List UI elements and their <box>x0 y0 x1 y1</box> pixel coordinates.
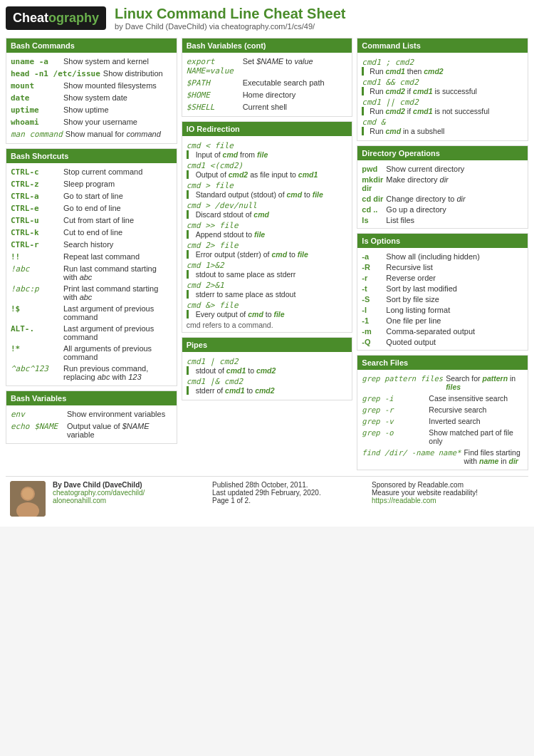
sponsor-name: Sponsored by Readable.com <box>372 481 524 489</box>
shortcut-val: Stop current command <box>63 167 172 176</box>
ls-options-header: ls Options <box>357 234 528 248</box>
ls-key: -t <box>362 284 383 293</box>
list-item: grep -o Show matched part of file only <box>362 427 523 447</box>
sf-key: grep -i <box>362 394 426 403</box>
cmd-val: Show your username <box>63 118 172 126</box>
cmd-key: uptime <box>11 105 61 115</box>
bash-variables-cont-section: Bash Variables (cont) export NAME=value … <box>182 38 353 117</box>
shortcut-val: Run previous command, replacing abc with… <box>63 364 172 381</box>
bash-commands-header: Bash Commands <box>6 38 177 53</box>
cmdl-desc: Run cmd2 if cmd1 is successful <box>362 87 523 95</box>
bash-shortcuts-body: CTRL-c Stop current command CTRL-z Sleep… <box>6 163 177 385</box>
pipes-section: Pipes cmd1 | cmd2 stdout of cmd1 to cmd2… <box>182 337 353 400</box>
header-text: Linux Command Line Cheat Sheet by Dave C… <box>115 6 345 31</box>
list-item: env Show environment variables <box>11 408 172 420</box>
logo: Cheatography <box>6 6 106 30</box>
list-item: grep -i Case insensitive search <box>362 393 523 404</box>
shortcut-key: !abc <box>11 264 61 274</box>
list-item: head -n1 /etc/issue Show distribution <box>11 68 172 80</box>
ls-val: Sort by file size <box>386 295 523 304</box>
footer-link-2[interactable]: aloneonahill.com <box>53 497 205 504</box>
cmd-block: cmd1 || cmd2 Run cmd2 if cmd1 is not suc… <box>362 98 523 115</box>
main-grid: Bash Commands uname -a Show system and k… <box>6 38 528 470</box>
cmdl-code: cmd1 && cmd2 <box>362 78 523 87</box>
list-item: date Show system date <box>11 92 172 104</box>
pipes-header: Pipes <box>182 338 352 352</box>
cmdl-code: cmd1 || cmd2 <box>362 98 523 107</box>
search-files-body: grep pattern files Search for pattern in… <box>357 370 528 470</box>
list-item: cd dir Change directory to dir <box>362 193 523 204</box>
bash-variables-header: Bash Variables <box>6 391 177 405</box>
ls-val: Reverse order <box>386 274 523 282</box>
shortcut-key: CTRL-a <box>11 192 61 201</box>
io-desc: Output of cmd2 as file input to cmd1 <box>187 170 348 179</box>
var-val: Executable search path <box>243 78 348 87</box>
cmd-val: Show uptime <box>63 105 172 114</box>
sf-val: Case insensitive search <box>429 394 523 403</box>
shortcut-val: Cut from start of line <box>63 216 172 224</box>
var-val: Output value of $NAME variable <box>67 422 172 439</box>
io-note: cmd refers to a command. <box>187 321 348 329</box>
list-item: uname -a Show system and kernel <box>11 56 172 68</box>
directory-operations-body: pwd Show current directory mkdir dir Mak… <box>357 160 528 228</box>
cmd-val: Show system and kernel <box>63 57 172 66</box>
io-code: cmd > /dev/null <box>187 201 348 210</box>
cmdl-desc: Run cmd in a subshell <box>362 127 523 135</box>
cmdl-code: cmd & <box>362 118 523 127</box>
sf-val: Search for pattern in files <box>446 374 523 391</box>
shortcut-key: !$ <box>11 304 61 314</box>
sf-val: Find files starting with name in dir <box>464 448 523 465</box>
search-files-section: Search Files grep pattern files Search f… <box>357 355 528 470</box>
ls-key: -R <box>362 263 383 271</box>
list-item: !* All arguments of previous command <box>11 343 172 363</box>
io-code: cmd > file <box>187 181 348 190</box>
io-desc: stdout to same place as stderr <box>187 270 348 279</box>
cmd-key: date <box>11 93 61 103</box>
list-item: ls List files <box>362 214 523 225</box>
ls-key: -1 <box>362 316 383 325</box>
page-subtitle: by Dave Child (DaveChild) via cheatograp… <box>115 22 345 31</box>
io-code: cmd < file <box>187 141 348 150</box>
shortcut-val: Search history <box>63 240 172 249</box>
command-lists-body: cmd1 ; cmd2 Run cmd1 then cmd2 cmd1 && c… <box>357 53 528 140</box>
io-desc: Discard stdout of cmd <box>187 210 348 219</box>
io-code: cmd 2>&1 <box>187 281 348 290</box>
list-item: -r Reverse order <box>362 272 523 283</box>
var-key: echo $NAME <box>11 422 64 431</box>
shortcut-val: Go to end of line <box>63 204 172 212</box>
list-item: grep -v Inverted search <box>362 415 523 427</box>
cmd-block: cmd1 && cmd2 Run cmd2 if cmd1 is success… <box>362 78 523 95</box>
shortcut-val: Go to start of line <box>63 192 172 200</box>
io-redirection-header: IO Redirection <box>182 122 352 136</box>
dir-key: cd dir <box>362 195 383 203</box>
pipe-code: cmd1 |& cmd2 <box>187 377 348 386</box>
ls-val: One file per line <box>386 316 523 325</box>
command-lists-section: Command Lists cmd1 ; cmd2 Run cmd1 then … <box>357 38 528 141</box>
io-block: cmd > file Standard output (stdout) of c… <box>187 181 348 199</box>
ls-key: -Q <box>362 338 383 346</box>
cmd-key: man command <box>11 130 63 139</box>
io-block: cmd 2> file Error output (stderr) of cmd… <box>187 241 348 259</box>
cmd-val: Show manual for command <box>66 130 172 138</box>
ls-key: -m <box>362 327 383 336</box>
shortcut-key: CTRL-r <box>11 240 61 249</box>
cmd-val: Show distribution <box>103 69 172 78</box>
ls-val: Quoted output <box>386 338 523 346</box>
list-item: pwd Show current directory <box>362 163 523 174</box>
var-val: Set $NAME to value <box>243 57 348 66</box>
dir-key: cd .. <box>362 205 383 214</box>
var-val: Home directory <box>243 90 348 99</box>
list-item: export NAME=value Set $NAME to value <box>187 56 348 77</box>
directory-operations-header: Directory Operations <box>357 146 528 160</box>
sponsor-sub: Measure your website readability! <box>372 489 524 497</box>
cmd-block: cmd1 ; cmd2 Run cmd1 then cmd2 <box>362 58 523 76</box>
header: Cheatography Linux Command Line Cheat Sh… <box>6 6 528 31</box>
list-item: !$ Last argument of previous command <box>11 303 172 323</box>
sponsor-link[interactable]: https://readable.com <box>372 497 524 504</box>
list-item: CTRL-c Stop current command <box>11 166 172 178</box>
shortcut-val: Cut to end of line <box>63 228 172 237</box>
list-item: man command Show manual for command <box>11 128 172 140</box>
io-code: cmd &> file <box>187 301 348 310</box>
footer-link-1[interactable]: cheatography.com/davechild/ <box>53 489 205 497</box>
io-desc: Append stdout to file <box>187 230 348 239</box>
